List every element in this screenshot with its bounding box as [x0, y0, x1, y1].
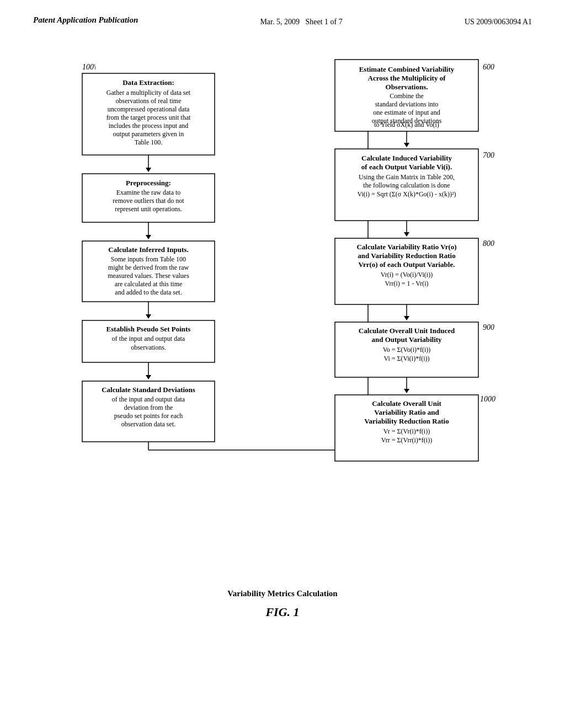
svg-text:Data Extraction:: Data Extraction: — [122, 78, 174, 87]
diagram-title: Variability Metrics Calculation — [0, 589, 565, 598]
svg-text:Vi = Σ(Vi(i)*f(i)): Vi = Σ(Vi(i)*f(i)) — [384, 355, 430, 362]
svg-marker-86 — [404, 389, 409, 393]
svg-text:Combine the: Combine the — [390, 92, 424, 100]
svg-text:the following calculation is d: the following calculation is done — [363, 181, 450, 189]
svg-text:Vi(i) = Sqrt (Σ(σ X(k)*Go(i) -: Vi(i) = Sqrt (Σ(σ X(k)*Go(i) - x(k))²) — [357, 190, 456, 198]
svg-marker-29 — [146, 314, 151, 319]
svg-text:uncompressed operational data: uncompressed operational data — [108, 105, 190, 113]
svg-marker-36 — [146, 375, 151, 379]
svg-text:Vo = Σ(Vo(i)*f(i)): Vo = Σ(Vo(i)*f(i)) — [383, 346, 431, 354]
svg-text:Preprocessing:: Preprocessing: — [126, 179, 171, 187]
svg-text:Calculate Variability Ratio Vr: Calculate Variability Ratio Vr(o) — [356, 243, 456, 251]
svg-text:remove outliers that do not: remove outliers that do not — [113, 197, 184, 205]
svg-text:and Output Variability: and Output Variability — [371, 335, 442, 344]
svg-text:observations of real time: observations of real time — [116, 97, 182, 105]
svg-text:Estimate Combined Variability: Estimate Combined Variability — [359, 65, 455, 73]
svg-text:observations.: observations. — [131, 344, 166, 351]
svg-text:Vrr(i) = 1 - Vr(i): Vrr(i) = 1 - Vr(i) — [385, 280, 428, 287]
svg-text:of the input and output data: of the input and output data — [112, 395, 185, 403]
svg-text:from the target process unit t: from the target process unit that — [106, 114, 191, 121]
page-header: Patent Application Publication Mar. 5, 2… — [0, 0, 565, 32]
svg-text:includes the process input and: includes the process input and — [109, 122, 189, 130]
flowchart-svg: 100\ Data Extraction: Gather a multiplic… — [42, 43, 523, 567]
svg-text:Calculate Induced Variability: Calculate Induced Variability — [361, 154, 452, 162]
svg-text:Across the Multiplicity of: Across the Multiplicity of — [368, 74, 446, 82]
svg-text:Using the Gain Matrix in Table: Using the Gain Matrix in Table 200, — [359, 173, 455, 181]
svg-marker-69 — [404, 232, 409, 237]
svg-text:and added to the data set.: and added to the data set. — [115, 288, 182, 296]
svg-text:of each Output Variable Vi(i).: of each Output Variable Vi(i). — [361, 163, 452, 171]
svg-text:output parameters given in: output parameters given in — [113, 130, 184, 138]
svg-text:Examine the raw data to: Examine the raw data to — [116, 189, 181, 196]
figure-label: FIG. 1 — [0, 605, 565, 619]
svg-text:Some inputs from Table 100: Some inputs from Table 100 — [111, 255, 186, 263]
svg-text:600: 600 — [483, 63, 494, 71]
publication-number: US 2009/0063094 A1 — [465, 18, 532, 26]
svg-text:and Variability Reduction Rati: and Variability Reduction Ratio — [358, 251, 455, 260]
svg-text:to Yield σX(k) and Vo(i): to Yield σX(k) and Vo(i) — [374, 121, 439, 129]
svg-text:observation data set.: observation data set. — [121, 420, 175, 428]
svg-text:Variability Reduction Ratio: Variability Reduction Ratio — [364, 417, 449, 425]
svg-text:Vr(i) = (Vo(i)/Vi(i)): Vr(i) = (Vo(i)/Vi(i)) — [381, 271, 433, 279]
svg-text:Vr = Σ(Vr(i)*f(i)): Vr = Σ(Vr(i)*f(i)) — [383, 427, 430, 435]
svg-text:might be derived from the raw: might be derived from the raw — [108, 264, 189, 271]
svg-text:Variability Ratio and: Variability Ratio and — [374, 408, 439, 416]
svg-text:of the input and output data: of the input and output data — [112, 335, 185, 342]
svg-text:Calculate Standard Deviations: Calculate Standard Deviations — [102, 386, 195, 394]
svg-marker-78 — [404, 316, 409, 320]
svg-text:represent unit operations.: represent unit operations. — [115, 205, 182, 213]
svg-text:Calculate Inferred Inputs.: Calculate Inferred Inputs. — [108, 245, 188, 254]
svg-text:1000: 1000 — [480, 395, 495, 403]
svg-text:700: 700 — [483, 151, 494, 159]
svg-text:100\: 100\ — [82, 63, 96, 71]
publication-title: Patent Application Publication — [33, 15, 138, 25]
svg-text:Table 100.: Table 100. — [135, 138, 162, 146]
svg-text:800: 800 — [483, 239, 494, 248]
svg-marker-60 — [404, 143, 409, 147]
svg-text:Calculate Overall Unit: Calculate Overall Unit — [372, 399, 441, 408]
svg-text:deviation from the: deviation from the — [124, 404, 173, 411]
svg-text:Observations.: Observations. — [386, 83, 428, 91]
svg-text:are calculated at this time: are calculated at this time — [115, 280, 183, 288]
svg-marker-11 — [146, 168, 151, 172]
publication-date: Mar. 5, 2009 Sheet 1 of 7 — [260, 18, 342, 26]
svg-text:Vrr(o) of each Output Variable: Vrr(o) of each Output Variable. — [359, 260, 455, 269]
svg-text:standard deviations into: standard deviations into — [375, 100, 439, 108]
svg-text:Establish Pseudo Set Points: Establish Pseudo Set Points — [106, 325, 191, 333]
caption-area: Variability Metrics Calculation FIG. 1 — [0, 589, 565, 625]
svg-text:measured values. These values: measured values. These values — [108, 272, 189, 280]
svg-text:pseudo set points for each: pseudo set points for each — [114, 412, 183, 420]
svg-text:one estimate of input and: one estimate of input and — [373, 109, 440, 116]
svg-text:Gather a multiplicity of data : Gather a multiplicity of data set — [106, 89, 191, 97]
svg-text:Calculate Overall Unit Induced: Calculate Overall Unit Induced — [359, 326, 455, 335]
svg-text:900: 900 — [483, 323, 494, 331]
svg-marker-19 — [146, 235, 151, 239]
svg-text:Vrr = Σ(Vrr(i)*f(i)): Vrr = Σ(Vrr(i)*f(i)) — [381, 436, 432, 444]
flowchart-container: 100\ Data Extraction: Gather a multiplic… — [0, 32, 565, 578]
